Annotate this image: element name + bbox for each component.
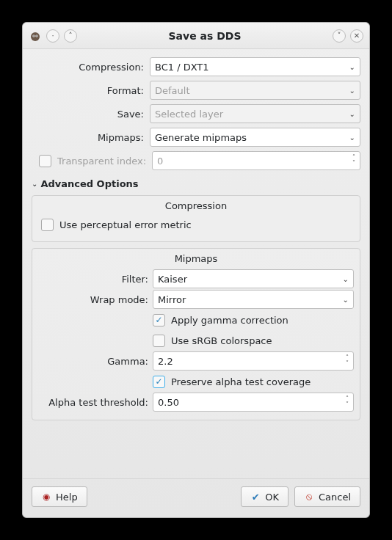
dialog-window: · ˄ Save as DDS ˅ ✕ Compression: BC1 / D… [22,22,370,518]
maximize-button[interactable]: ˅ [333,29,346,43]
mipmaps-combo[interactable]: Generate mipmaps ⌄ [150,128,360,147]
compression-panel-title: Compression [38,200,354,211]
chevron-down-icon: ⌄ [349,110,355,118]
compression-combo[interactable]: BC1 / DXT1 ⌄ [150,57,360,76]
minimize-button[interactable]: · [46,29,59,43]
transparent-index-label: Transparent index: [57,156,148,167]
cancel-icon: ⦸ [304,492,314,502]
ok-icon: ✔ [250,492,261,502]
filter-combo[interactable]: Kaiser ⌄ [153,269,354,288]
ok-button[interactable]: ✔ OK [241,486,288,507]
spin-buttons-icon: ˄˅ [346,393,349,411]
srgb-checkbox[interactable] [153,335,165,347]
wrap-combo[interactable]: Mirror ⌄ [153,290,354,309]
mipmaps-panel-title: Mipmaps [38,253,354,264]
save-label: Save: [32,109,145,120]
gamma-spin[interactable]: ˄˅ [153,351,354,371]
dialog-footer: ◉ Help ✔ OK ⦸ Cancel [23,478,369,517]
gamma-label: Gamma: [38,356,148,367]
spin-buttons-icon: ˄˅ [346,352,349,370]
window-title: Save as DDS [77,30,333,42]
perceptual-error-label: Use perceptual error metric [59,219,192,230]
dialog-content: Compression: BC1 / DXT1 ⌄ Format: Defaul… [23,49,369,478]
mipmaps-label: Mipmaps: [32,132,145,143]
gamma-correction-label: Apply gamma correction [171,315,288,326]
spin-buttons-icon: ˄˅ [352,152,355,169]
chevron-down-icon: ⌄ [343,275,349,283]
help-button[interactable]: ◉ Help [32,486,87,507]
save-combo: Selected layer ⌄ [150,104,360,123]
app-icon [29,29,42,43]
perceptual-error-checkbox[interactable] [41,219,54,231]
chevron-down-icon: ⌄ [349,87,355,95]
chevron-down-icon: ⌄ [343,296,349,304]
chevron-down-icon: ⌄ [349,134,355,142]
preserve-alpha-checkbox[interactable]: ✓ [153,376,165,388]
gamma-correction-checkbox[interactable]: ✓ [153,314,165,326]
restore-button[interactable]: ˄ [64,29,77,43]
close-button[interactable]: ✕ [350,29,363,43]
format-combo: Default ⌄ [150,81,360,100]
disclosure-open-icon: ⌄ [32,180,37,188]
svg-point-4 [36,35,37,36]
preserve-alpha-label: Preserve alpha test coverage [171,376,311,387]
cancel-button[interactable]: ⦸ Cancel [294,486,360,507]
wrap-label: Wrap mode: [38,294,148,305]
advanced-options-toggle[interactable]: ⌄ Advanced Options [32,178,360,189]
svg-point-3 [33,35,34,36]
transparent-index-checkbox [39,155,51,167]
chevron-down-icon: ⌄ [349,63,355,71]
svg-point-0 [31,32,40,41]
alpha-threshold-spin[interactable]: ˄˅ [153,393,354,412]
mipmaps-panel: Mipmaps Filter: Kaiser ⌄ Wrap mode: Mirr… [32,248,360,420]
help-icon: ◉ [41,492,51,502]
compression-panel: Compression Use perceptual error metric [32,195,360,242]
transparent-index-spin: ˄˅ [152,151,360,170]
compression-label: Compression: [32,62,145,73]
format-label: Format: [32,85,145,96]
srgb-label: Use sRGB colorspace [171,335,272,346]
alpha-threshold-label: Alpha test threshold: [38,397,148,408]
titlebar: · ˄ Save as DDS ˅ ✕ [23,23,369,49]
filter-label: Filter: [38,274,148,285]
